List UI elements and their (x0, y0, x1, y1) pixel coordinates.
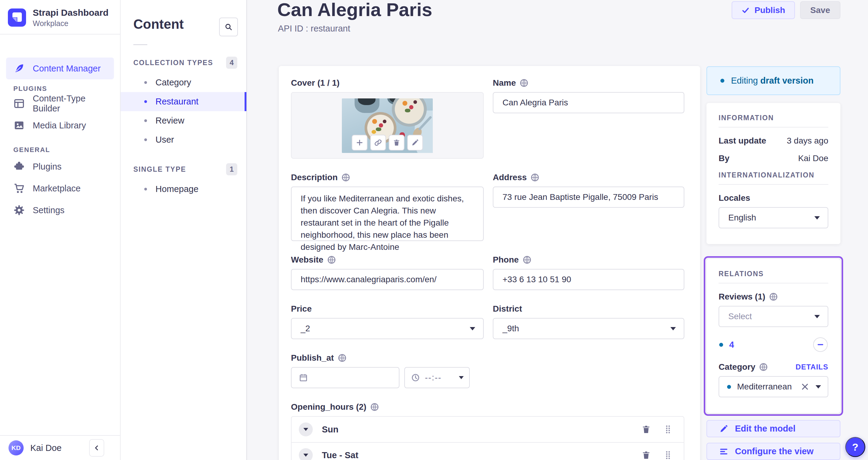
pencil-icon (411, 139, 419, 146)
edit-model-button[interactable]: Edit the model (707, 420, 840, 437)
chevron-down-icon (459, 376, 464, 379)
time-placeholder: --:-- (425, 373, 441, 383)
trash-icon[interactable] (641, 425, 651, 434)
district-label: District (493, 304, 684, 314)
pencil-icon (719, 424, 728, 433)
help-button[interactable]: ? (845, 437, 865, 457)
workspace-subtitle: Workplace (33, 19, 108, 28)
publish-at-date-input[interactable] (291, 367, 399, 388)
category-value: Mediterranean (737, 382, 792, 392)
draft-status-text: Editing draft version (731, 76, 813, 86)
publish-button[interactable]: Publish (732, 1, 795, 19)
drag-handle-icon[interactable] (663, 450, 673, 460)
main-sidebar: Strapi Dashboard Workplace Content Manag… (0, 0, 121, 460)
description-textarea[interactable]: If you like Mediterranean and exotic dis… (291, 187, 484, 241)
edit-media-button[interactable] (407, 135, 423, 151)
address-field: Address 73 rue Jean Baptiste Pigalle, 75… (493, 173, 684, 241)
clear-icon[interactable] (800, 382, 809, 391)
chevron-down-icon (814, 315, 820, 318)
workspace-brand[interactable]: Strapi Dashboard Workplace (0, 0, 120, 34)
sidebar-item-settings[interactable]: Settings (0, 199, 120, 221)
reviews-label: Reviews (1) (719, 292, 828, 302)
name-label: Name (493, 78, 684, 88)
globe-icon (759, 362, 768, 371)
avatar[interactable]: KD (8, 440, 24, 456)
price-select[interactable]: _2 (291, 318, 484, 339)
phone-label: Phone (493, 255, 684, 265)
opening-hours-row-label: Tue - Sat (322, 450, 641, 460)
sidebar-item-content-manager[interactable]: Content Manager (6, 58, 114, 79)
puzzle-icon (13, 161, 25, 172)
price-label: Price (291, 304, 484, 314)
bullet-icon (144, 100, 147, 103)
publish-at-time-input[interactable]: --:-- (404, 367, 470, 388)
spacer (493, 353, 684, 388)
collection-item-restaurant[interactable]: Restaurant (121, 92, 246, 111)
locale-select[interactable]: English (719, 207, 828, 228)
link-icon (374, 139, 382, 146)
relations-card: RELATIONS Reviews (1) Select 4 (707, 259, 840, 413)
collection-item-category[interactable]: Category (121, 73, 246, 92)
main-content: Can Alegria Paris API ID : restaurant Pu… (247, 0, 868, 460)
search-button[interactable] (219, 18, 238, 36)
chevron-left-icon (93, 444, 101, 452)
last-update-label: Last update (719, 136, 766, 146)
gear-icon (13, 204, 25, 216)
delete-media-button[interactable] (389, 135, 405, 151)
reviews-select[interactable]: Select (719, 306, 828, 327)
sidebar-item-plugins[interactable]: Plugins (0, 156, 120, 177)
collection-item-review[interactable]: Review (121, 111, 246, 130)
user-name: Kai Doe (30, 443, 89, 453)
remove-relation-button[interactable] (813, 337, 828, 352)
website-label: Website (291, 255, 484, 265)
collection-item-label: Category (155, 77, 191, 88)
last-update-value: 3 days ago (787, 136, 828, 146)
single-type-heading: SINGLE TYPE (133, 165, 186, 173)
globe-icon (530, 173, 539, 182)
website-input[interactable]: https://www.canalegriaparis.com/en/ (291, 269, 484, 290)
expand-toggle-button[interactable] (299, 448, 313, 460)
add-media-button[interactable] (352, 135, 368, 151)
price-value: _2 (301, 324, 310, 333)
cover-label: Cover (1 / 1) (291, 78, 484, 88)
edit-model-label: Edit the model (735, 424, 796, 434)
sidebar-item-label: Content Manager (33, 64, 101, 74)
phone-input[interactable]: +33 6 13 10 51 90 (493, 269, 684, 290)
app-window: Strapi Dashboard Workplace Content Manag… (0, 0, 868, 460)
expand-toggle-button[interactable] (299, 422, 313, 436)
status-dot-icon (720, 79, 724, 83)
price-field: Price _2 (291, 304, 484, 339)
chevron-down-icon (671, 327, 676, 330)
single-type-item-homepage[interactable]: Homepage (121, 179, 246, 199)
sidebar-item-content-type-builder[interactable]: Content-Type Builder (0, 93, 120, 114)
collection-item-user[interactable]: User (121, 130, 246, 149)
copy-link-button[interactable] (370, 135, 386, 151)
configure-view-button[interactable]: Configure the view (707, 443, 840, 460)
name-input[interactable]: Can Alegria Paris (493, 92, 684, 113)
trash-icon[interactable] (641, 450, 651, 460)
last-update-row: Last update 3 days ago (719, 136, 828, 146)
drag-handle-icon[interactable] (663, 425, 673, 434)
category-select[interactable]: Mediterranean (719, 376, 828, 397)
image-icon (13, 120, 25, 131)
sidebar-item-label: Plugins (33, 162, 62, 172)
save-button[interactable]: Save (800, 1, 840, 19)
district-select[interactable]: _9th (493, 318, 684, 339)
address-input[interactable]: 73 rue Jean Baptiste Pigalle, 75009 Pari… (493, 187, 684, 208)
description-label: Description (291, 173, 484, 182)
opening-hours-row-label: Sun (322, 425, 641, 434)
sidebar-item-marketplace[interactable]: Marketplace (0, 177, 120, 199)
review-relation-link[interactable]: 4 (729, 340, 813, 350)
chevron-down-icon (815, 385, 821, 389)
calendar-icon (299, 373, 308, 382)
plugins-section-heading: PLUGINS (0, 85, 120, 93)
bullet-icon (144, 81, 147, 84)
publish-at-label: Publish_at (291, 353, 484, 363)
details-link[interactable]: DETAILS (796, 363, 828, 371)
cover-photo (342, 98, 433, 153)
chevron-down-icon (814, 216, 820, 220)
divider (0, 34, 120, 35)
divider (719, 283, 828, 284)
sidebar-item-media-library[interactable]: Media Library (0, 114, 120, 136)
collapse-sidebar-button[interactable] (89, 439, 104, 457)
